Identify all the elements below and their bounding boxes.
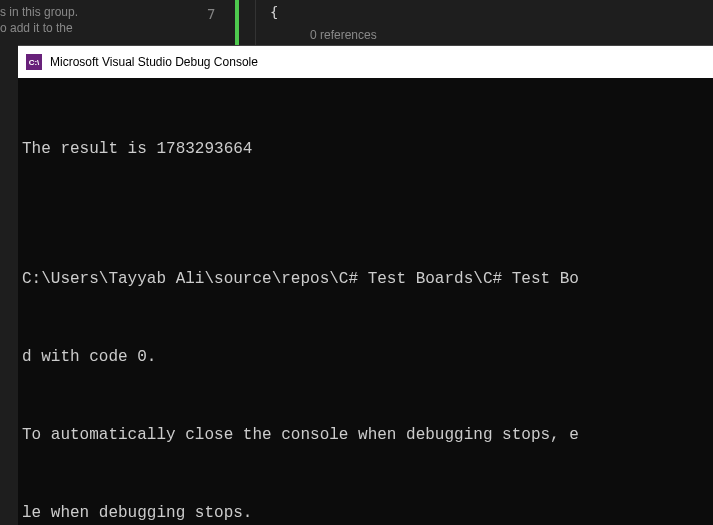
code-brace: { xyxy=(270,4,278,20)
console-output-line: C:\Users\Tayyab Ali\source\repos\C# Test… xyxy=(22,266,709,292)
console-output-line: To automatically close the console when … xyxy=(22,422,709,448)
gutter-divider xyxy=(255,0,256,45)
console-output-line: The result is 1783293664 xyxy=(22,136,709,162)
console-output-area[interactable]: The result is 1783293664 C:\Users\Tayyab… xyxy=(18,78,713,525)
toolbox-hint-text: s in this group. o add it to the xyxy=(0,4,78,36)
console-titlebar[interactable]: C:\ Microsoft Visual Studio Debug Consol… xyxy=(18,46,713,78)
console-output-line: d with code 0. xyxy=(22,344,709,370)
debug-console-window[interactable]: C:\ Microsoft Visual Studio Debug Consol… xyxy=(18,45,713,525)
change-indicator-bar xyxy=(235,0,239,45)
console-title: Microsoft Visual Studio Debug Console xyxy=(50,55,258,69)
console-output-line: le when debugging stops. xyxy=(22,500,709,525)
visual-studio-icon: C:\ xyxy=(26,54,42,70)
codelens-references[interactable]: 0 references xyxy=(310,28,377,42)
line-number-7: 7 xyxy=(207,6,215,22)
